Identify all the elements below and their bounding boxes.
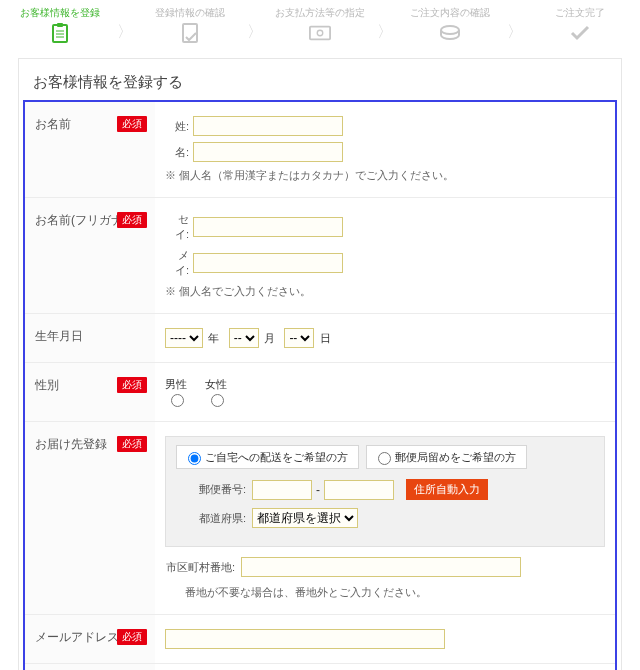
delivery-home-tab[interactable]: ご自宅への配送をご希望の方 xyxy=(176,445,359,469)
name-note: ※ 個人名（常用漢字またはカタカナ）でご入力ください。 xyxy=(165,168,605,183)
gender-male-label: 男性 xyxy=(165,377,187,391)
kana-lastname-label: セイ: xyxy=(165,212,189,242)
step-complete: ご注文完了 xyxy=(534,6,626,44)
kana-firstname-label: メイ: xyxy=(165,248,189,278)
clipboard-icon xyxy=(49,22,71,44)
highlight-frame: お名前 必須 姓: 名: ※ 個人名（常用漢字またはカタカナ）でご入力ください。 xyxy=(23,100,617,670)
city-note: 番地が不要な場合は、番地外とご入力ください。 xyxy=(185,585,605,600)
svg-point-8 xyxy=(441,26,459,34)
chevron-right-icon: 〉 xyxy=(507,24,523,40)
lastname-input[interactable] xyxy=(193,116,343,136)
prefecture-select[interactable]: 都道府県を選択 xyxy=(252,508,358,528)
form-table: お名前 必須 姓: 名: ※ 個人名（常用漢字またはカタカナ）でご入力ください。 xyxy=(25,102,615,670)
chevron-right-icon: 〉 xyxy=(377,24,393,40)
address-autofill-button[interactable]: 住所自動入力 xyxy=(406,479,488,500)
delivery-office-radio[interactable] xyxy=(378,452,391,465)
lastname-label: 姓: xyxy=(165,119,189,134)
gender-male-radio[interactable] xyxy=(171,394,184,407)
svg-rect-6 xyxy=(310,27,330,40)
step-register: お客様情報を登録 xyxy=(14,6,106,44)
kana-lastname-input[interactable] xyxy=(193,217,343,237)
pref-label: 都道府県: xyxy=(176,511,246,526)
firstname-input[interactable] xyxy=(193,142,343,162)
label-kana: お名前(フリガナ) 必須 xyxy=(25,198,155,314)
gender-female-radio[interactable] xyxy=(211,394,224,407)
required-badge: 必須 xyxy=(117,212,147,228)
zip1-input[interactable] xyxy=(252,480,312,500)
birth-month-select[interactable]: -- xyxy=(229,328,259,348)
birth-day-select[interactable]: -- xyxy=(284,328,314,348)
gender-female-label: 女性 xyxy=(205,377,227,391)
kana-firstname-input[interactable] xyxy=(193,253,343,273)
money-icon xyxy=(309,22,331,44)
page-title: お客様情報を登録する xyxy=(19,59,621,100)
required-badge: 必須 xyxy=(117,377,147,393)
svg-point-7 xyxy=(317,30,323,36)
delivery-home-radio[interactable] xyxy=(188,452,201,465)
document-check-icon xyxy=(179,22,201,44)
checkout-steps: お客様情報を登録 〉 登録情報の確認 〉 お支払方法等の指定 〉 ご注文内容の確… xyxy=(0,0,640,48)
step-payment: お支払方法等の指定 xyxy=(274,6,366,44)
city-label: 市区町村番地: xyxy=(165,560,235,575)
zip2-input[interactable] xyxy=(324,480,394,500)
label-name: お名前 必須 xyxy=(25,102,155,198)
register-panel: お客様情報を登録する お名前 必須 姓: 名: xyxy=(18,58,622,670)
address-block: ご自宅への配送をご希望の方 郵便局留めをご希望の方 郵便番号: - xyxy=(165,436,605,547)
label-password: パスワード 必須 xyxy=(25,664,155,670)
label-birth: 生年月日 xyxy=(25,314,155,363)
step-confirm-info: 登録情報の確認 xyxy=(144,6,236,44)
chevron-right-icon: 〉 xyxy=(117,24,133,40)
city-input[interactable] xyxy=(241,557,521,577)
birth-year-select[interactable]: ---- xyxy=(165,328,203,348)
zip-label: 郵便番号: xyxy=(176,482,246,497)
required-badge: 必須 xyxy=(117,629,147,645)
kana-note: ※ 個人名でご入力ください。 xyxy=(165,284,605,299)
email-input[interactable] xyxy=(165,629,445,649)
chevron-right-icon: 〉 xyxy=(247,24,263,40)
check-icon xyxy=(569,22,591,44)
required-badge: 必須 xyxy=(117,436,147,452)
label-email: メールアドレス 必須 xyxy=(25,615,155,664)
coin-icon xyxy=(439,22,461,44)
svg-rect-1 xyxy=(57,23,63,27)
label-gender: 性別 必須 xyxy=(25,363,155,422)
firstname-label: 名: xyxy=(165,145,189,160)
delivery-office-tab[interactable]: 郵便局留めをご希望の方 xyxy=(366,445,527,469)
label-address: お届け先登録 必須 xyxy=(25,422,155,615)
step-confirm-order: ご注文内容の確認 xyxy=(404,6,496,44)
required-badge: 必須 xyxy=(117,116,147,132)
